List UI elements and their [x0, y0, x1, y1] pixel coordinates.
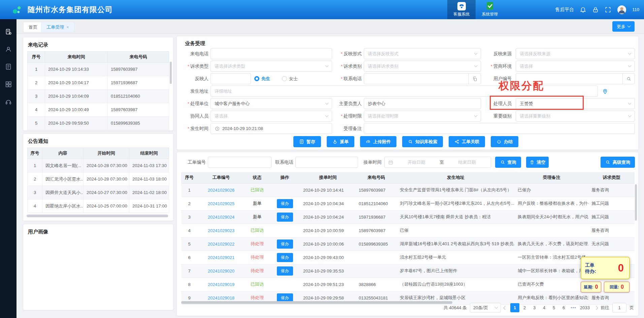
remark-input[interactable]	[364, 123, 635, 134]
order-number-link[interactable]: 20241029023	[208, 228, 235, 233]
save-draft-button[interactable]: 暂存	[293, 136, 321, 147]
horizontal-scrollbar[interactable]	[181, 301, 452, 304]
next-page-icon[interactable]	[594, 306, 598, 310]
user-badge[interactable]: 110	[632, 7, 639, 12]
call-record-row[interactable]: 5 2024-10-29 09:59:50 015899639385	[28, 117, 169, 130]
lock-icon[interactable]	[592, 6, 599, 13]
call-record-row[interactable]: 4 2024-10-29 10:00:49 15897603987	[28, 103, 169, 117]
chevron-down-icon	[628, 101, 632, 105]
module-system-admin[interactable]: 系统管理	[476, 0, 504, 19]
goto-page-input[interactable]	[612, 303, 626, 313]
announcement-row[interactable]: 2 因汇龙湾小区需水... 2024-10-28 07:30:00 2024-1…	[28, 172, 169, 186]
prev-page-icon[interactable]	[503, 306, 507, 310]
call-record-row[interactable]: 2 2024-10-29 10:04:17 15971936687	[28, 76, 169, 90]
call-phone-input[interactable]	[211, 48, 332, 59]
order-number-link[interactable]: 20241029021	[208, 255, 235, 260]
gender-radio-female[interactable]: 女士	[282, 73, 298, 84]
co-worker-select[interactable]: 请选择	[211, 110, 332, 122]
call-record-row[interactable]: 1 2024-10-29 10:14:33 15897603987	[28, 63, 169, 76]
search-button[interactable]	[622, 73, 635, 84]
announcement-row[interactable]: 3 因舜井大道天风小... 2024-10-27 07:30:00 2024-1…	[28, 186, 169, 199]
headset-icon[interactable]	[5, 98, 12, 105]
tab-home[interactable]: 首页	[23, 22, 43, 32]
page-number[interactable]: •••	[569, 303, 578, 312]
page-number[interactable]: 1	[510, 303, 519, 312]
reporter-input[interactable]	[211, 73, 251, 84]
workorder-icon[interactable]	[5, 28, 12, 35]
close-icon[interactable]: ×	[66, 25, 69, 30]
order-number-link[interactable]: 20241029018	[208, 295, 235, 300]
delay-float-box[interactable]: 延期: 0	[581, 282, 601, 292]
contact-phone-input[interactable]	[364, 73, 481, 84]
page-number[interactable]: 6	[559, 303, 568, 312]
dispatch-button[interactable]: 派单	[327, 136, 354, 147]
order-number-link[interactable]: 20241029025	[208, 201, 235, 206]
order-link-button[interactable]: 工单关联	[449, 136, 485, 147]
urge-button[interactable]: 催办	[277, 253, 293, 262]
todo-float-box[interactable]: 工单 待办: 0	[581, 257, 630, 279]
business-env-select[interactable]: 请选择	[516, 61, 635, 72]
field-label: *诉求类别	[328, 61, 362, 72]
order-number-link[interactable]: 20241029020	[208, 268, 235, 274]
rollback-float-box[interactable]: 回退: 0	[604, 282, 630, 292]
page-size-select[interactable]: 20条/页	[470, 303, 501, 313]
cell-remark: 换表几天无水，不欠费，请及时处理。	[515, 237, 588, 251]
main-manager-input[interactable]: 抄表中心	[364, 98, 481, 109]
column-header: 状态	[245, 172, 269, 183]
horizontal-scrollbar[interactable]	[27, 215, 168, 217]
order-number-link[interactable]: 20241029024	[208, 215, 235, 220]
page-number[interactable]: 2	[520, 303, 529, 312]
clear-button[interactable]: 清空	[526, 157, 549, 168]
importance-select[interactable]: 请选择重要级别	[516, 110, 635, 122]
user-icon[interactable]	[5, 45, 12, 53]
advanced-query-button[interactable]: 高级查询	[601, 157, 635, 168]
grid-icon[interactable]	[5, 81, 12, 88]
date-range-picker[interactable]: 开始日期 至 结束日期	[384, 157, 491, 168]
appeal-type-select[interactable]: 请选择诉求类型	[211, 61, 332, 72]
urge-button[interactable]: 催办	[277, 266, 293, 276]
urge-button[interactable]: 催办	[277, 199, 293, 208]
query-button[interactable]: 查询	[495, 157, 521, 168]
order-number-link[interactable]: 20241029019	[208, 282, 235, 287]
module-customer-service[interactable]: 客服系统	[447, 0, 476, 19]
urge-button[interactable]: 催办	[277, 213, 293, 222]
vertical-scrollbar[interactable]	[635, 184, 637, 221]
page-number[interactable]: 4	[540, 303, 549, 312]
page-number[interactable]: 3	[530, 303, 539, 312]
cell-index: 1	[28, 159, 42, 172]
location-pin-icon[interactable]	[602, 88, 608, 94]
occur-time-picker[interactable]: 2024-10-29 10:21:08	[211, 123, 332, 134]
scrollbar-thumb[interactable]	[170, 62, 172, 84]
reflect-source-select[interactable]: 请选择反映来源	[516, 48, 635, 59]
order-row: 3 20241029024 新单 催办 2024-10-29 10:04:24 …	[181, 210, 635, 224]
cell-index: 4	[28, 103, 45, 117]
field-label: *联系电话	[328, 73, 362, 84]
cell-call-number	[356, 264, 397, 278]
finish-button[interactable]: 办结	[491, 136, 518, 147]
document-icon[interactable]	[5, 63, 12, 70]
handler-select[interactable]: 王赟赟	[516, 98, 635, 109]
fullscreen-icon[interactable]	[605, 6, 611, 13]
order-number-link[interactable]: 20241029022	[208, 242, 235, 247]
handle-limit-select[interactable]: 请选择处理时限	[364, 110, 481, 122]
call-record-row[interactable]: 3 2024-10-29 10:04:09 018512104060	[28, 90, 169, 103]
upload-attachment-button[interactable]: 上传附件	[360, 136, 396, 147]
aftersale-platform-link[interactable]: 售后平台	[555, 7, 574, 13]
urge-button[interactable]: 催办	[277, 240, 293, 249]
avatar[interactable]	[617, 5, 626, 14]
announcement-row[interactable]: 1 因文峰名居一期(... 2024-10-28 07:30:00 2024-1…	[28, 159, 169, 172]
tab-workorder[interactable]: 工单受理 ×	[41, 22, 74, 32]
order-no-input[interactable]	[208, 157, 271, 168]
reflect-form-select[interactable]: 请选择反映形式	[364, 48, 481, 59]
handle-unit-select[interactable]: 城中客户服务中心	[211, 98, 332, 109]
gender-radio-male[interactable]: 先生	[254, 73, 270, 84]
page-number[interactable]: 5	[549, 303, 558, 312]
order-number-link[interactable]: 20241029026	[208, 188, 235, 193]
bell-icon[interactable]	[580, 6, 586, 13]
search-phone-input[interactable]	[295, 157, 358, 168]
knowledge-search-button[interactable]: 知识库检索	[402, 136, 443, 147]
announcement-row[interactable]: 4 因罂纳左岸小区水... 2024-10-25 07:00:00 2024-1…	[28, 199, 169, 213]
appeal-category-select[interactable]: 请选择诉求类别	[364, 61, 481, 72]
more-button[interactable]: 更多	[612, 21, 635, 32]
page-number[interactable]: 2033	[579, 303, 591, 312]
